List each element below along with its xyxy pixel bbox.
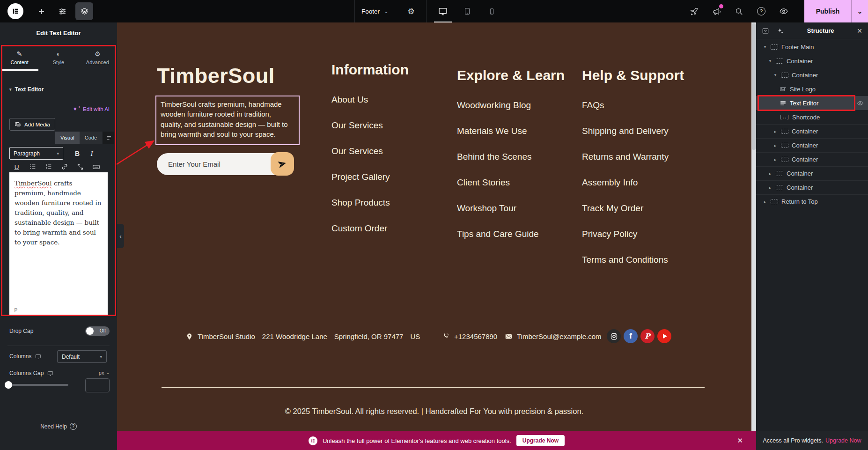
close-icon[interactable]: ✕ <box>737 431 743 450</box>
panel-collapse-handle[interactable]: ‹ <box>117 224 124 248</box>
canvas-scrollbar[interactable] <box>751 22 756 431</box>
tree-item-container[interactable]: ▸ Container <box>756 180 868 194</box>
publish-button[interactable]: Publish <box>804 0 851 22</box>
text-editor-content-area[interactable]: TimberSoul crafts premium, handmade wood… <box>9 172 108 306</box>
whats-new-button[interactable] <box>705 0 728 22</box>
tab-advanced[interactable]: ⚙ Advanced <box>78 48 117 70</box>
footer-link[interactable]: Project Gallery <box>331 172 409 182</box>
elementor-logo[interactable] <box>7 3 23 19</box>
caret-down-icon[interactable]: ▾ <box>773 73 778 77</box>
footer-link[interactable]: Our Services <box>331 120 409 131</box>
document-settings-button[interactable]: ⚙ <box>402 0 420 22</box>
site-logo-text[interactable]: TimberSoul <box>157 64 275 88</box>
site-settings-button[interactable] <box>52 0 73 22</box>
facebook-icon[interactable]: f <box>624 329 638 343</box>
structure-toggle-button[interactable] <box>75 2 93 20</box>
close-icon[interactable]: ✕ <box>857 27 862 35</box>
upgrade-now-button[interactable]: Upgrade Now <box>516 435 565 446</box>
tab-style[interactable]: ◐ Style <box>39 48 78 70</box>
device-mobile-button[interactable] <box>479 0 504 22</box>
tree-item-container[interactable]: ▸ Container <box>756 166 868 180</box>
footer-link[interactable]: FAQs <box>582 100 684 111</box>
add-element-button[interactable] <box>31 0 51 22</box>
tab-content[interactable]: ✎ Content <box>0 48 39 70</box>
footer-link[interactable]: Custom Order <box>331 223 409 234</box>
newsletter-submit-button[interactable] <box>271 152 294 176</box>
columns-gap-slider-handle[interactable] <box>5 381 12 389</box>
document-switcher[interactable]: Footer ⌄ <box>361 0 389 22</box>
footer-link[interactable]: Woodworking Blog <box>457 100 565 111</box>
visibility-eye-icon[interactable] <box>857 100 864 107</box>
caret-right-icon[interactable]: ▸ <box>768 171 772 176</box>
caret-down-icon[interactable]: ▾ <box>768 59 772 63</box>
need-help-link[interactable]: Need Help ? <box>0 423 117 430</box>
numbered-list-button[interactable] <box>44 161 53 172</box>
tree-item-return-to-top[interactable]: ▸ Return to Top <box>756 194 868 208</box>
footer-link[interactable]: Shipping and Delivery <box>582 126 684 136</box>
help-button[interactable]: ? <box>750 0 772 22</box>
caret-right-icon[interactable]: ▸ <box>773 143 778 148</box>
tree-item-container[interactable]: ▸ Container <box>756 138 868 152</box>
footer-link[interactable]: Track My Order <box>582 203 684 214</box>
instagram-icon[interactable] <box>607 329 621 343</box>
link-button[interactable] <box>59 161 69 172</box>
checklist-button[interactable] <box>683 0 705 22</box>
footer-link[interactable]: Terms and Conditions <box>582 255 684 265</box>
editor-path-bar[interactable]: P <box>9 306 108 316</box>
footer-link[interactable]: About Us <box>331 95 409 105</box>
drop-cap-toggle[interactable]: Off <box>85 326 110 336</box>
bold-button[interactable]: B <box>72 148 83 159</box>
contact-phone[interactable]: +1234567890 <box>442 329 497 343</box>
caret-right-icon[interactable]: ▸ <box>773 129 778 134</box>
canvas-scrollbar-thumb[interactable] <box>752 23 756 150</box>
columns-gap-slider-track[interactable] <box>7 384 68 386</box>
footer-link[interactable]: Workshop Tour <box>457 203 565 214</box>
footer-link[interactable]: Client Stories <box>457 177 565 188</box>
caret-right-icon[interactable]: ▸ <box>768 185 772 190</box>
finder-search-button[interactable] <box>728 0 750 22</box>
tab-visual[interactable]: Visual <box>55 132 80 144</box>
contact-email[interactable]: TimberSoul@example.com <box>505 329 602 343</box>
underline-button[interactable]: U <box>12 161 22 172</box>
editor-toolbar-toggle-button[interactable] <box>103 132 114 144</box>
device-tablet-button[interactable] <box>455 0 479 22</box>
tree-item-container[interactable]: ▸ Container <box>756 152 868 166</box>
bullet-list-button[interactable] <box>28 161 37 172</box>
caret-right-icon[interactable]: ▸ <box>773 157 778 162</box>
columns-gap-unit-select[interactable]: px ⌄ <box>99 370 110 376</box>
footer-link[interactable]: Materials We Use <box>457 126 565 136</box>
footer-link[interactable]: Our Services <box>331 146 409 156</box>
footer-link[interactable]: Returns and Warranty <box>582 152 684 162</box>
dock-panel-icon[interactable] <box>762 27 769 35</box>
tree-item-container[interactable]: ▸ Container <box>756 124 868 138</box>
footer-link[interactable]: Shop Products <box>331 198 409 208</box>
footer-link[interactable]: Assembly Info <box>582 177 684 188</box>
pro-upgrade-link[interactable]: Upgrade Now <box>825 437 861 444</box>
device-desktop-button[interactable] <box>431 0 455 22</box>
pinterest-icon[interactable]: P <box>640 329 655 343</box>
ai-sparkle-icon[interactable] <box>777 27 784 35</box>
tree-item-site-logo[interactable]: Site Logo <box>756 82 868 96</box>
tree-item-container[interactable]: ▾ Container <box>756 68 868 82</box>
caret-down-icon[interactable]: ▾ <box>763 44 767 49</box>
publish-options-button[interactable]: ⌄ <box>851 0 868 22</box>
tree-item-container[interactable]: ▾ Container <box>756 54 868 68</box>
preview-button[interactable] <box>772 0 795 22</box>
tree-item-footer-main[interactable]: ▾ Footer Main <box>756 40 868 54</box>
footer-link[interactable]: Behind the Scenes <box>457 152 565 162</box>
footer-link[interactable]: Tips and Care Guide <box>457 229 565 239</box>
add-media-button[interactable]: Add Media <box>9 118 55 131</box>
text-editor-widget-selected[interactable]: TimberSoul crafts premium, handmade wood… <box>155 96 300 145</box>
keyboard-shortcuts-button[interactable] <box>91 161 101 172</box>
section-text-editor[interactable]: ▾ Text Editor <box>9 86 44 93</box>
paragraph-format-select[interactable]: Paragraph ▾ <box>9 147 63 160</box>
columns-gap-input[interactable] <box>85 378 110 392</box>
footer-link[interactable]: Privacy Policy <box>582 229 684 239</box>
italic-button[interactable]: I <box>86 148 97 159</box>
fullscreen-button[interactable] <box>75 161 85 172</box>
edit-with-ai-button[interactable]: ✦ ✦ Edit with AI <box>73 106 110 112</box>
columns-select[interactable]: Default ▾ <box>57 350 107 363</box>
tree-item-shortcode[interactable]: [..] Shortcode <box>756 110 868 124</box>
caret-right-icon[interactable]: ▸ <box>763 199 767 204</box>
tab-code[interactable]: Code <box>80 132 102 144</box>
